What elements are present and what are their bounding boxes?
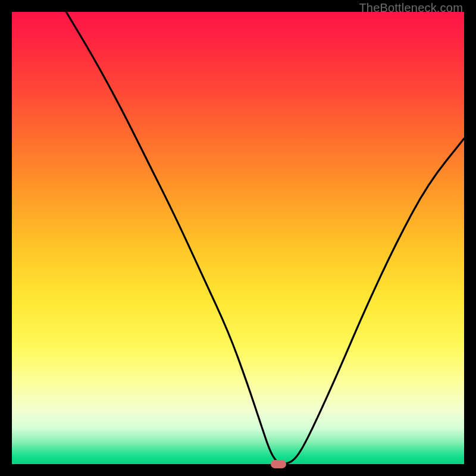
outer-frame: TheBottleneck.com	[0, 0, 476, 476]
bottleneck-curve	[12, 12, 464, 464]
plot-area	[12, 12, 464, 464]
watermark-text: TheBottleneck.com	[359, 1, 463, 15]
curve-path	[66, 12, 464, 464]
optimum-marker	[271, 460, 286, 468]
